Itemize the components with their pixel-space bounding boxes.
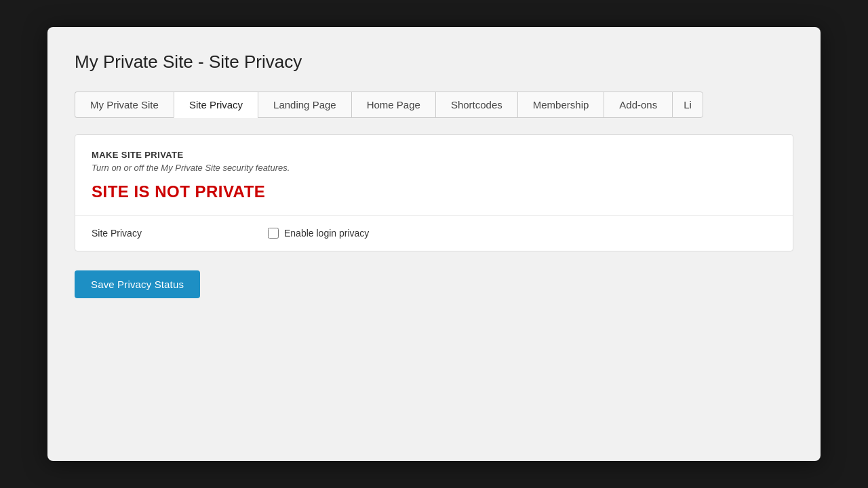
tab-shortcodes[interactable]: Shortcodes <box>435 92 517 118</box>
make-site-private-heading: MAKE SITE PRIVATE <box>92 150 776 160</box>
page-title: My Private Site - Site Privacy <box>75 52 793 73</box>
tab-site-privacy[interactable]: Site Privacy <box>174 92 258 118</box>
main-window: My Private Site - Site Privacy My Privat… <box>47 27 821 461</box>
save-privacy-status-button[interactable]: Save Privacy Status <box>75 270 200 298</box>
tab-home-page[interactable]: Home Page <box>351 92 435 118</box>
enable-login-privacy-checkbox[interactable] <box>268 228 279 239</box>
tab-more[interactable]: Li <box>672 92 703 118</box>
enable-login-privacy-text: Enable login privacy <box>284 228 369 239</box>
tab-membership[interactable]: Membership <box>517 92 604 118</box>
site-privacy-label: Site Privacy <box>92 228 268 239</box>
site-status-text: SITE IS NOT PRIVATE <box>92 182 776 201</box>
tab-bar: My Private Site Site Privacy Landing Pag… <box>75 92 793 118</box>
content-panel: MAKE SITE PRIVATE Turn on or off the My … <box>75 134 793 251</box>
make-site-private-section: MAKE SITE PRIVATE Turn on or off the My … <box>75 135 793 216</box>
enable-login-privacy-label[interactable]: Enable login privacy <box>268 228 369 239</box>
site-privacy-row: Site Privacy Enable login privacy <box>75 216 793 251</box>
tab-landing-page[interactable]: Landing Page <box>258 92 351 118</box>
tab-my-private-site[interactable]: My Private Site <box>75 92 174 118</box>
tab-add-ons[interactable]: Add-ons <box>604 92 672 118</box>
make-site-private-subtext: Turn on or off the My Private Site secur… <box>92 163 776 173</box>
